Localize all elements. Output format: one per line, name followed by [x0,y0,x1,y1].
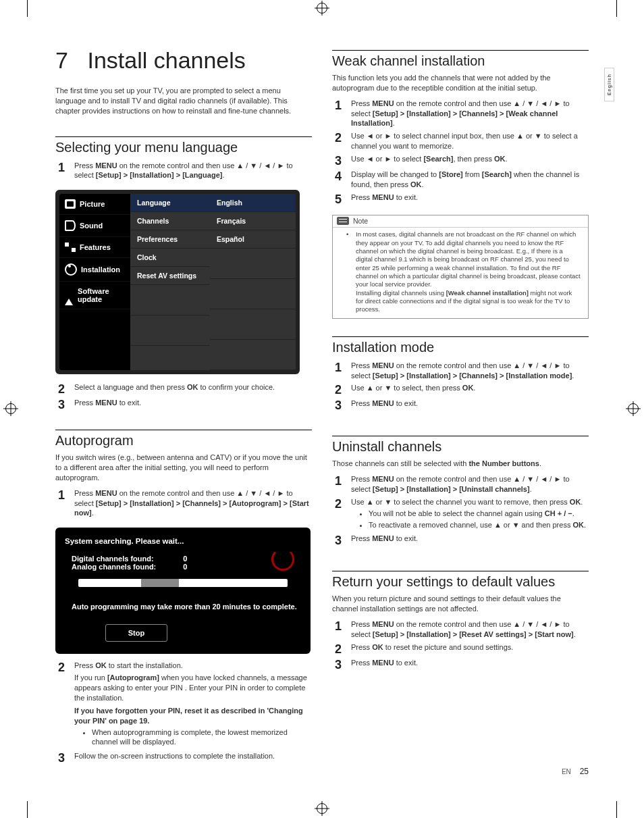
language-steps-cont: 2Select a language and then press OK to … [55,382,312,411]
registration-mark [317,3,327,15]
stop-button: Stop [105,624,167,642]
page-footer: EN 25 [562,767,589,776]
arrow-keys-icon: ▲ / ▼ / ◄ / ► [513,620,561,628]
section-heading-autoprogram: Autoprogram [55,430,312,449]
weak-intro: This function lets you add the channels … [332,73,589,93]
menu-screenshot: Picture Sound Features Installation Soft… [55,190,300,374]
registration-mark [5,403,16,415]
note-icon [337,217,349,225]
crop-mark [27,801,28,818]
update-icon [65,290,73,305]
arrow-ud-icon: ▲ or ▼ [516,132,542,140]
section-heading-language: Selecting your menu language [55,136,312,155]
chapter-heading: 7 Install channels [55,47,312,74]
installation-icon [65,263,77,276]
features-icon [65,242,76,252]
arrow-ud-icon: ▲ or ▼ [367,384,392,392]
section-heading-uninstall: Uninstall channels [332,436,589,455]
crop-mark [616,801,617,818]
arrow-keys-icon: ▲ / ▼ / ◄ / ► [513,361,561,369]
registration-mark [317,803,327,815]
arrow-ud-icon: ▲ or ▼ [367,498,392,506]
crop-mark [616,0,617,17]
spinner-icon [271,552,294,571]
note-box: Note In most cases, digital channels are… [332,215,589,319]
step-1: 1 Press MENU on the remote control and t… [55,161,312,181]
note-label: Note [353,217,368,226]
arrow-lr-icon: ◄ or ► [367,155,392,163]
arrow-keys-icon: ▲ / ▼ / ◄ / ► [236,161,284,170]
arrow-lr-icon: ◄ or ► [367,132,392,140]
arrow-keys-icon: ▲ / ▼ / ◄ / ► [236,489,284,497]
menu-right-panel: English Français Español [210,194,296,370]
autoprogram-progress-screenshot: System searching. Please wait... Digital… [55,528,311,653]
page-number: 25 [580,767,589,776]
menu-mid-panel: Language Channels Preferences Clock Rese… [130,194,210,370]
section-heading-reset: Return your settings to default values [332,571,589,590]
chapter-intro: The first time you set up your TV, you a… [55,86,312,116]
progress-note: Auto programming may take more than 20 m… [72,602,301,611]
crop-mark [27,0,28,17]
arrow-keys-icon: ▲ / ▼ / ◄ / ► [513,475,561,483]
progress-title: System searching. Please wait... [65,537,301,545]
section-heading-installmode: Installation mode [332,336,589,355]
picture-icon [65,199,76,209]
auto-step-2: 2 Press OK to start the installation. If… [55,661,312,749]
chapter-title: Install channels [87,47,245,73]
arrow-keys-icon: ▲ / ▼ / ◄ / ► [513,99,561,107]
sound-icon [65,220,76,231]
autoprogram-intro: If you switch wires (e.g., between anten… [55,453,312,483]
footer-lang: EN [562,768,571,775]
menu-left-panel: Picture Sound Features Installation Soft… [59,194,130,370]
left-column: 7 Install channels The first time you se… [55,47,312,773]
step-2: 2Select a language and then press OK to … [55,382,312,395]
right-column: Weak channel installation This function … [332,47,589,773]
section-heading-weak: Weak channel installation [332,50,589,69]
registration-mark [628,403,639,415]
language-steps: 1 Press MENU on the remote control and t… [55,161,312,181]
step-3: 3Press MENU to exit. [55,398,312,411]
language-tab: English [604,68,614,101]
page-content: 7 Install channels The first time you se… [0,0,644,800]
chapter-number: 7 [55,47,81,74]
arrow-ud-icon: ▲ or ▼ [494,521,520,529]
progress-bar [78,579,288,587]
auto-step-3: 3Follow the on-screen instructions to co… [55,751,312,764]
auto-step-1: 1 Press MENU on the remote control and t… [55,488,312,519]
